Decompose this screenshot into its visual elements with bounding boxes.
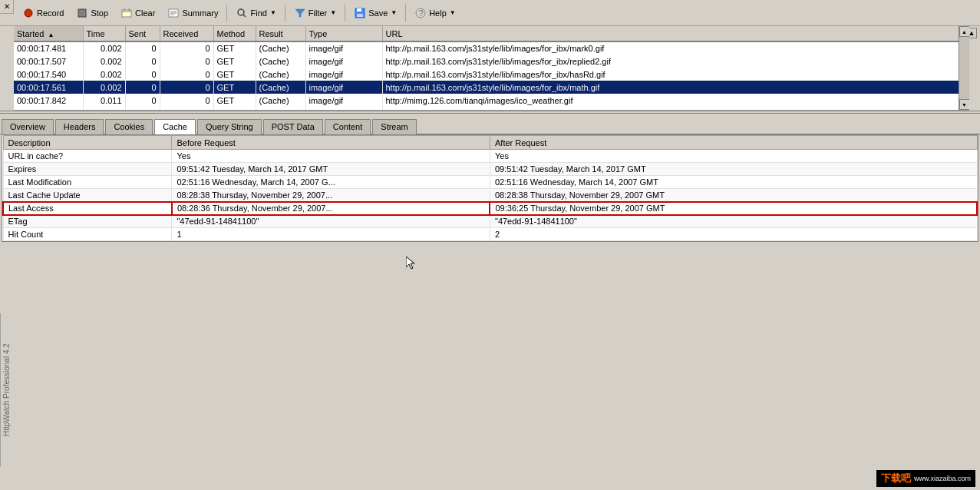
stop-icon: [76, 7, 88, 19]
tab-content[interactable]: Content: [325, 119, 371, 134]
record-icon: [22, 7, 35, 19]
col-header-type[interactable]: Type: [305, 26, 382, 41]
table-cell: GET: [213, 55, 256, 68]
table-cell: image/gif: [305, 81, 382, 94]
table-row[interactable]: 00:03:14.3970.41811691189POST200applicat…: [14, 107, 969, 111]
cache-cell: 2: [490, 228, 977, 241]
table-cell: (Cache): [256, 94, 305, 107]
record-button[interactable]: Record: [17, 3, 69, 23]
close-x-button[interactable]: ✕: [0, 0, 14, 14]
col-header-url[interactable]: URL: [382, 26, 969, 41]
watermark: 下载吧 www.xiazaiba.com: [876, 470, 975, 487]
help-button[interactable]: ? Help ▼: [409, 3, 461, 23]
table-cell: http://g1a90.mail.163.com/a/s?sid=UBDCcO…: [382, 107, 969, 111]
table-cell: 1189: [160, 107, 213, 111]
sort-arrow: ▲: [48, 31, 54, 38]
save-button[interactable]: Save ▼: [348, 3, 402, 23]
cache-col-before: Before Request: [172, 136, 490, 150]
table-cell: POST: [213, 107, 256, 111]
svg-marker-12: [295, 9, 305, 17]
col-header-method[interactable]: Method: [213, 26, 256, 41]
cache-cell: Last Access: [3, 202, 172, 215]
table-cell: 00:00:17.481: [14, 41, 83, 55]
tab-post-data[interactable]: POST Data: [263, 119, 323, 134]
cache-row: URL in cache?YesYes: [3, 150, 977, 163]
col-header-sent[interactable]: Sent: [125, 26, 160, 41]
cache-cell: Hit Count: [3, 228, 172, 241]
table-scrollbar[interactable]: ▲ ▼: [959, 26, 969, 110]
cache-cell: ETag: [3, 215, 172, 228]
cache-cell: 08:28:38 Thursday, November 29, 2007...: [172, 189, 490, 202]
tab-query-string[interactable]: Query String: [197, 119, 262, 134]
table-cell: 00:03:14.397: [14, 107, 83, 111]
table-cell: 0.002: [83, 68, 125, 81]
cache-cell: Last Cache Update: [3, 189, 172, 202]
svg-rect-14: [357, 8, 361, 12]
table-row[interactable]: 00:00:17.5610.00200GET(Cache)image/gifht…: [14, 81, 969, 94]
separator-3: [345, 5, 345, 22]
table-cell: image/gif: [305, 41, 382, 55]
col-header-result[interactable]: Result: [256, 26, 305, 41]
table-cell: (Cache): [256, 41, 305, 55]
table-cell: (Cache): [256, 55, 305, 68]
resize-handle[interactable]: [0, 111, 980, 114]
table-row[interactable]: 00:00:17.5070.00200GET(Cache)image/gifht…: [14, 55, 969, 68]
table-cell: 0: [160, 41, 213, 55]
cache-cell: "47edd-91-14841100": [172, 215, 490, 228]
table-cell: 200: [256, 107, 305, 111]
table-cell: 00:00:17.540: [14, 68, 83, 81]
summary-icon: [167, 7, 180, 19]
stop-button[interactable]: Stop: [71, 3, 114, 23]
tab-cache[interactable]: Cache: [154, 119, 196, 134]
cache-cell: 09:51:42 Tuesday, March 14, 2017 GMT: [490, 163, 977, 176]
cache-row: Last Cache Update08:28:38 Thursday, Nove…: [3, 189, 977, 202]
table-row[interactable]: 00:00:17.5400.00200GET(Cache)image/gifht…: [14, 68, 969, 81]
filter-button[interactable]: Filter ▼: [289, 3, 342, 23]
svg-point-0: [25, 9, 32, 17]
table-cell: http://p.mail.163.com/js31style/lib/imag…: [382, 81, 969, 94]
tab-cookies[interactable]: Cookies: [105, 119, 153, 134]
find-dropdown-arrow: ▼: [270, 9, 276, 16]
tab-headers[interactable]: Headers: [55, 119, 104, 134]
cache-cell: Last Modification: [3, 176, 172, 189]
svg-rect-2: [122, 10, 131, 17]
clear-button[interactable]: Clear: [115, 3, 160, 23]
help-dropdown-arrow: ▼: [450, 9, 456, 16]
table-cell: GET: [213, 41, 256, 55]
scrollbar-down[interactable]: ▼: [959, 99, 970, 110]
tab-stream[interactable]: Stream: [372, 119, 416, 134]
find-label: Find: [250, 8, 266, 18]
svg-text:?: ?: [419, 9, 424, 18]
cache-cell: 09:36:25 Thursday, November 29, 2007 GMT: [490, 202, 977, 215]
table-cell: 0: [160, 81, 213, 94]
watermark-logo: 下载吧: [881, 472, 911, 485]
cache-col-desc: Description: [3, 136, 172, 150]
cache-cell: Yes: [490, 150, 977, 163]
col-header-time[interactable]: Time: [83, 26, 125, 41]
svg-line-11: [243, 15, 246, 17]
tab-overview[interactable]: Overview: [2, 119, 54, 134]
cache-cell: Yes: [172, 150, 490, 163]
table-row[interactable]: 00:00:17.8420.01100GET(Cache)image/gifht…: [14, 94, 969, 107]
cache-cell: 1: [172, 228, 490, 241]
filter-label: Filter: [309, 8, 327, 18]
table-row[interactable]: 00:00:17.4810.00200GET(Cache)image/gifht…: [14, 41, 969, 55]
table-cell: 0: [160, 68, 213, 81]
table-cell: 1169: [125, 107, 160, 111]
request-table: Started ▲ Time Sent Received Method Resu…: [14, 26, 969, 111]
col-header-started[interactable]: Started ▲: [14, 26, 83, 41]
clear-label: Clear: [135, 8, 155, 18]
table-cell: 00:00:17.507: [14, 55, 83, 68]
cache-cell: 08:28:38 Thursday, November 29, 2007 GMT: [490, 189, 977, 202]
table-cell: GET: [213, 94, 256, 107]
scrollbar-up[interactable]: ▲: [959, 26, 970, 37]
cache-table: Description Before Request After Request…: [2, 135, 978, 241]
separator-1: [226, 5, 227, 22]
col-header-received[interactable]: Received: [160, 26, 213, 41]
summary-button[interactable]: Summary: [162, 3, 223, 23]
filter-icon: [294, 7, 306, 19]
find-button[interactable]: Find ▼: [230, 3, 281, 23]
save-dropdown-arrow: ▼: [391, 9, 397, 16]
scrollbar-track: [959, 37, 970, 99]
vertical-label: HttpWatch Professional 4.2: [0, 313, 12, 467]
